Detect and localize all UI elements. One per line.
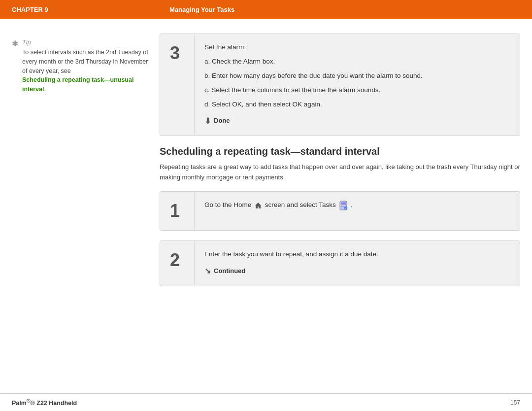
step-3-content: Set the alarm: a. Check the Alarm box. b…	[195, 34, 520, 136]
done-label: ⬇ Done	[204, 114, 510, 128]
step-1-number: 1	[160, 192, 195, 230]
step-3-box: 3 Set the alarm: a. Check the Alarm box.…	[160, 34, 520, 136]
brand-model: ® Z22 Handheld	[31, 400, 77, 407]
page-content: ✱ Tip To select intervals such as the 2n…	[0, 19, 532, 393]
step-3-item-b: b. Enter how many days before the due da…	[204, 70, 510, 82]
svg-rect-2	[341, 205, 346, 205]
step-1-content: Go to the Home screen and select Tasks ✓	[195, 192, 520, 230]
step-2-number: 2	[160, 241, 195, 285]
step-2-text: Enter the task you want to repeat, and a…	[204, 249, 510, 260]
tip-block: ✱ Tip To select intervals such as the 2n…	[12, 38, 150, 94]
page-header: CHAPTER 9 Managing Your Tasks	[0, 0, 532, 19]
tip-link[interactable]: Scheduling a repeating task—unusual inte…	[22, 76, 133, 93]
footer-brand: Palm®® Z22 Handheld	[12, 398, 77, 407]
svg-text:✓: ✓	[345, 206, 347, 209]
tip-star-icon: ✱	[12, 39, 18, 48]
done-arrow-icon: ⬇	[204, 114, 211, 128]
chapter-title: Managing Your Tasks	[169, 6, 234, 13]
home-icon	[254, 202, 262, 209]
section-description: Repeating tasks are a great way to add t…	[160, 162, 520, 183]
main-content: 3 Set the alarm: a. Check the Alarm box.…	[160, 34, 520, 383]
step-2-content: Enter the task you want to repeat, and a…	[195, 241, 520, 285]
tip-label: Tip	[22, 38, 150, 46]
svg-rect-3	[341, 206, 344, 206]
svg-rect-1	[341, 203, 346, 204]
tip-content: Tip To select intervals such as the 2nd …	[22, 38, 150, 94]
step-3-item-c: c. Select the time columns to set the ti…	[204, 85, 510, 96]
page-footer: Palm®® Z22 Handheld 157	[0, 393, 532, 411]
brand-name: Palm	[12, 400, 27, 407]
tasks-icon: ✓	[338, 201, 348, 210]
step-3-intro: Set the alarm:	[204, 42, 510, 53]
page-number: 157	[510, 399, 520, 406]
continued-label: ↘ Continued	[204, 264, 510, 277]
section-heading: Scheduling a repeating task—standard int…	[160, 146, 520, 157]
continued-arrow-icon: ↘	[204, 264, 211, 277]
step-3-number: 3	[160, 34, 195, 136]
step-1-text: Go to the Home screen and select Tasks ✓	[204, 200, 510, 211]
tip-text: To select intervals such as the 2nd Tues…	[22, 48, 150, 94]
chapter-label: CHAPTER 9	[12, 6, 169, 13]
step-1-box: 1 Go to the Home screen and select Tasks	[160, 191, 520, 231]
step-3-item-a: a. Check the Alarm box.	[204, 56, 510, 68]
step-3-item-d: d. Select OK, and then select OK again.	[204, 99, 510, 110]
sidebar: ✱ Tip To select intervals such as the 2n…	[12, 34, 160, 383]
step-2-box: 2 Enter the task you want to repeat, and…	[160, 240, 520, 286]
